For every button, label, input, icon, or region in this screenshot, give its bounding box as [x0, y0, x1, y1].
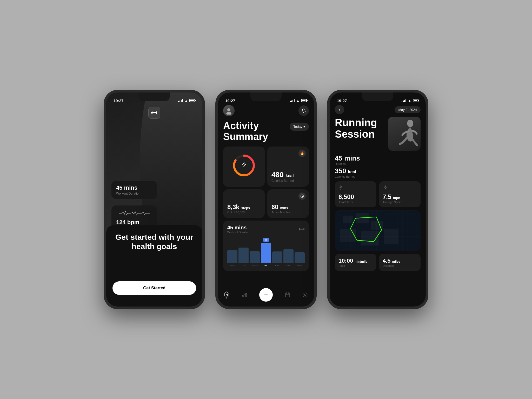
nav-home[interactable] [224, 291, 230, 298]
svg-point-6 [226, 112, 231, 115]
runner-figure [388, 117, 421, 151]
day-label-fri: FRI [271, 264, 283, 267]
bars-container: 45 [227, 238, 305, 263]
duration-stat: 45 mins Duration [335, 154, 421, 165]
svg-rect-28 [384, 229, 398, 244]
bottom-section: Get started with your health goals Get S… [106, 225, 202, 307]
day-label-wed: WED [249, 264, 261, 267]
primary-stats: 45 mins Duration 350 kcal Calories Burne… [330, 154, 426, 178]
nav-settings[interactable] [302, 292, 308, 298]
svg-point-21 [304, 294, 306, 296]
active-minutes-widget: 60 mins Active Minutes [267, 189, 309, 218]
chart-header: 45 mins Workout Duration [227, 225, 305, 234]
bar-col-sun [295, 238, 305, 263]
top-bar-3: ‹ May 2, 2024 [330, 105, 426, 114]
steps-widget: 8,3k steps Out of 10,000 [223, 189, 265, 218]
distance-card: 4.5 miles Distance [379, 254, 421, 271]
bar-col-wed [250, 238, 260, 263]
svg-point-22 [407, 120, 413, 127]
svg-rect-16 [226, 294, 228, 296]
day-label-tue: TUE [238, 264, 250, 267]
battery-icon [189, 99, 195, 102]
page-title: ActivitySummary [223, 121, 268, 142]
svg-rect-26 [340, 229, 356, 242]
chart-workout-label: Workout Duration [227, 231, 249, 234]
notifications-button[interactable] [298, 105, 309, 116]
tagline: Get started with your health goals [112, 232, 196, 251]
speed-value: 7.5 mph [383, 193, 417, 201]
distance-value: 4.5 miles [383, 257, 417, 264]
battery-icon-3 [413, 99, 418, 102]
day-label-sun: SUN [294, 264, 305, 267]
map-section [335, 210, 421, 251]
duration-label: Duration [335, 162, 421, 165]
signal-icon-2 [290, 99, 295, 102]
day-label-thu: THU [261, 264, 272, 267]
duration-value: 45 mins [335, 154, 360, 162]
svg-rect-4 [156, 111, 157, 114]
wifi-icon: ▲ [184, 99, 188, 103]
svg-rect-17 [242, 295, 243, 297]
activity-ring [232, 154, 256, 177]
svg-rect-19 [245, 293, 247, 297]
steps-value-3: 6,500 [338, 193, 373, 201]
signal-icon [178, 99, 183, 102]
workout-label: Workout Duration [116, 192, 152, 195]
nav-add-button[interactable]: + [259, 288, 273, 302]
status-time-3: 19:27 [337, 98, 347, 103]
bar-col-thu: 45 [261, 238, 271, 263]
steps-icon [338, 185, 373, 191]
speed-label: Average Speed [383, 201, 417, 204]
svg-rect-12 [300, 228, 300, 230]
get-started-button[interactable]: Get Started [112, 281, 196, 295]
clock-icon [298, 192, 306, 200]
status-time-2: 19:27 [225, 98, 235, 103]
flame-icon: 🔥 [298, 150, 306, 157]
status-icons-3: ▲ [402, 99, 418, 103]
chart-workout-value: 45 mins [227, 225, 249, 231]
back-button[interactable]: ‹ [335, 105, 344, 114]
workout-duration-card: 45 mins Workout Duration [111, 181, 157, 199]
wifi-icon-2: ▲ [296, 99, 300, 103]
bar-chart-section: 45 mins Workout Duration [223, 221, 309, 271]
heart-wave-svg [116, 210, 152, 216]
active-value: 60 mins [271, 203, 305, 211]
pace-distance: 10:00 min/mile Pace 4.5 miles Distance [330, 254, 426, 271]
bottom-nav: + [218, 286, 314, 307]
svg-rect-18 [244, 294, 245, 297]
dumbbell-icon [148, 107, 160, 119]
day-label-mon: MON [227, 264, 238, 267]
status-icons-2: ▲ [290, 99, 307, 103]
date-badge: May 2, 2024 [395, 106, 421, 113]
map-grid [335, 210, 421, 251]
bar-col-sat [283, 238, 294, 263]
barbell-icon [299, 227, 305, 232]
active-label: Active Minutes [271, 211, 305, 214]
secondary-stats: 6,500 Total Steps 7.5 mph Average Speed [330, 181, 426, 207]
nav-stats[interactable] [242, 292, 247, 298]
top-bar-2 [218, 105, 314, 116]
ring-center-icon [241, 162, 247, 169]
svg-rect-2 [152, 112, 156, 113]
session-title: Running Session [335, 117, 382, 140]
period-selector[interactable]: Today ▾ [290, 123, 309, 131]
steps-label: Out of 10,000 [227, 211, 261, 214]
speed-card: 7.5 mph Average Speed [379, 181, 421, 207]
phone-2: 19:27 ▲ [215, 90, 317, 309]
heartrate-value: 124 bpm [116, 219, 152, 226]
steps-card: 6,500 Total Steps [335, 181, 376, 207]
battery-icon-2 [301, 99, 307, 102]
nav-calendar[interactable] [285, 292, 290, 298]
avatar[interactable] [223, 105, 235, 116]
signal-icon-3 [402, 99, 406, 102]
svg-point-7 [303, 112, 304, 113]
title-row: ActivitySummary Today ▾ [218, 121, 314, 142]
bar-col-fri [272, 238, 282, 263]
hero-section: Running Session [330, 117, 426, 151]
bar-col-mon [227, 238, 237, 263]
phone-3: 19:27 ▲ ‹ May 2, 2024 Running Session [327, 90, 428, 309]
calories-value-3: 350 kcal [335, 167, 356, 175]
workout-value: 45 mins [116, 184, 152, 191]
svg-rect-13 [300, 229, 304, 229]
status-time-1: 19:27 [114, 98, 123, 103]
